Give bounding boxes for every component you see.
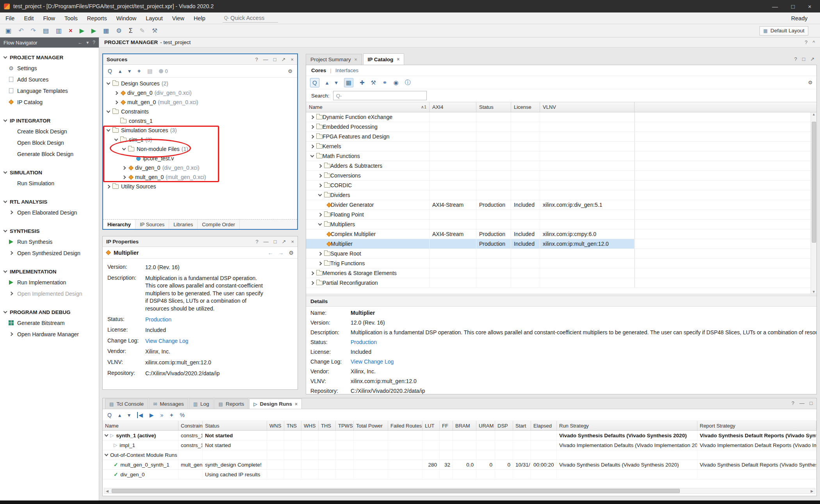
- expand-sections-icon[interactable]: ▾: [86, 40, 89, 45]
- expand-all-icon[interactable]: ▾: [128, 68, 131, 74]
- catalog-row[interactable]: Trig Functions: [306, 259, 816, 268]
- menu-window[interactable]: Window: [116, 15, 137, 21]
- copy-icon[interactable]: ▥: [56, 27, 62, 34]
- scroll-down-icon[interactable]: ▼: [812, 290, 816, 294]
- tree-row-simulation-sources[interactable]: Simulation Sources (3): [103, 126, 297, 135]
- column-header-total-power[interactable]: Total Power: [354, 421, 388, 430]
- column-header-bram[interactable]: BRAM: [453, 421, 476, 430]
- close-panel-icon[interactable]: ×: [291, 57, 294, 62]
- layout-selector[interactable]: ▦ Default Layout: [759, 26, 808, 35]
- flow-section-header-implementation[interactable]: IMPLEMENTATION: [0, 266, 99, 277]
- help-icon[interactable]: ?: [791, 400, 794, 406]
- flow-section-header-ip-integrator[interactable]: IP INTEGRATOR: [0, 115, 99, 126]
- flow-section-header-program-and-debug[interactable]: PROGRAM AND DEBUG: [0, 307, 99, 317]
- catalog-row[interactable]: Dividers: [306, 190, 816, 200]
- flow-section-header-synthesis[interactable]: SYNTHESIS: [0, 226, 99, 236]
- chevron-right-icon[interactable]: [310, 115, 314, 119]
- menu-edit[interactable]: Edit: [24, 15, 34, 21]
- scrollbar-thumb[interactable]: [112, 489, 680, 493]
- chevron-down-icon[interactable]: [105, 452, 109, 456]
- flow-item-open-elaborated-design[interactable]: Open Elaborated Design: [0, 207, 99, 218]
- open-file-icon[interactable]: ▤: [147, 68, 152, 74]
- tree-row-constrs-1[interactable]: constrs_1: [103, 116, 297, 126]
- flow-item-open-hardware-manager[interactable]: Open Hardware Manager: [0, 328, 99, 340]
- catalog-row[interactable]: FPGA Features and Design: [306, 132, 816, 142]
- chevron-down-icon[interactable]: [107, 109, 111, 113]
- column-header-axi4[interactable]: AXI4: [430, 102, 476, 112]
- flow-item-generate-bitstream[interactable]: Generate Bitstream: [0, 317, 99, 328]
- float-panel-icon[interactable]: ↗: [282, 239, 286, 245]
- tab-hierarchy[interactable]: Hierarchy: [103, 220, 135, 229]
- subtab-interfaces[interactable]: Interfaces: [335, 67, 358, 73]
- tab-project-summary[interactable]: Project Summary ×: [306, 54, 362, 65]
- tab-libraries[interactable]: Libraries: [169, 220, 198, 229]
- tree-row-mult-gen[interactable]: mult_gen_0 (mult_gen_0.xci): [103, 98, 297, 107]
- edit-icon[interactable]: ✎: [140, 27, 145, 34]
- chevron-right-icon[interactable]: [122, 175, 126, 179]
- skip-icon[interactable]: »: [160, 412, 164, 418]
- column-header-status[interactable]: Status: [203, 421, 267, 430]
- column-header-status[interactable]: Status: [476, 102, 511, 112]
- chevron-right-icon[interactable]: [318, 261, 322, 265]
- sum-icon[interactable]: Σ: [129, 27, 133, 34]
- tree-row-sim-1[interactable]: sim_1 (3): [103, 135, 297, 144]
- catalog-row[interactable]: CORDIC: [306, 181, 816, 190]
- link-icon[interactable]: ⚭: [382, 79, 387, 86]
- run-group-out-of-context[interactable]: Out-of-Context Module Runs: [103, 450, 816, 460]
- catalog-row[interactable]: Partial Reconfiguration: [306, 278, 816, 288]
- vertical-scrollbar[interactable]: ▲ ▼: [811, 112, 816, 294]
- stop-icon[interactable]: ×: [69, 27, 72, 34]
- flow-item-open-block-design[interactable]: Open Block Design: [0, 137, 99, 148]
- search-icon[interactable]: Q: [107, 412, 112, 418]
- subtab-cores[interactable]: Cores: [311, 67, 326, 73]
- column-header-name[interactable]: Name ∧1: [306, 102, 430, 112]
- detail-change-log-link[interactable]: View Change Log: [351, 358, 816, 365]
- catalog-row[interactable]: Floating Point: [306, 210, 816, 220]
- column-header-license[interactable]: License: [511, 102, 540, 112]
- chevron-right-icon[interactable]: [318, 164, 322, 168]
- scroll-up-icon[interactable]: ▲: [812, 112, 816, 116]
- settings-gear-icon[interactable]: ⚙: [289, 250, 294, 256]
- add-sources-icon[interactable]: +: [137, 68, 141, 74]
- catalog-row[interactable]: Complex MultiplierAXI4-StreamProductionI…: [306, 229, 816, 239]
- tab-log[interactable]: ▥Log: [189, 399, 214, 409]
- column-header-constraints[interactable]: Constraints: [178, 421, 203, 430]
- flow-section-header-simulation[interactable]: SIMULATION: [0, 167, 99, 177]
- tree-row-constraints[interactable]: Constraints: [103, 107, 297, 116]
- catalog-row[interactable]: Dynamic Function eXchange: [306, 112, 816, 122]
- sources-panel-header[interactable]: Sources ? — □ ↗ ×: [103, 54, 297, 65]
- column-header-run-strategy[interactable]: Run Strategy: [557, 421, 697, 430]
- quick-access-input[interactable]: [230, 15, 276, 21]
- float-panel-icon[interactable]: ↗: [282, 57, 286, 62]
- settings-gear-icon[interactable]: ⚙: [288, 68, 292, 74]
- maximize-panel-icon[interactable]: □: [809, 400, 813, 406]
- column-header-vlnv[interactable]: VLNV: [540, 102, 635, 112]
- chevron-right-icon[interactable]: [310, 125, 314, 129]
- menu-help[interactable]: Help: [194, 15, 205, 21]
- minimize-button[interactable]: —: [772, 3, 778, 10]
- tree-row-sim-div-gen[interactable]: div_gen_0 (div_gen_0.xci): [103, 163, 297, 172]
- flow-item-create-block-design[interactable]: Create Block Design: [0, 126, 99, 137]
- column-header-uram[interactable]: URAM: [476, 421, 495, 430]
- tree-row-ipcore-test[interactable]: ipcore_test.v: [103, 154, 297, 163]
- column-header-failed-routes[interactable]: Failed Routes: [388, 421, 422, 430]
- collapse-icon[interactable]: ^: [813, 39, 815, 45]
- chevron-right-icon[interactable]: [114, 91, 118, 95]
- catalog-row[interactable]: Divider GeneratorAXI4-StreamProductionIn…: [306, 200, 816, 210]
- column-header-dsp[interactable]: DSP: [495, 421, 513, 430]
- settings-gear-icon[interactable]: ⚙: [808, 80, 813, 85]
- status-link[interactable]: Production: [145, 316, 264, 324]
- run-icon[interactable]: ▶: [80, 27, 84, 34]
- customize-wrench-icon[interactable]: ⚒: [371, 79, 376, 86]
- run-row-mult-gen-synth[interactable]: ✓mult_gen_0_synth_1 mult_gen_0 synth_des…: [103, 460, 816, 470]
- search-icon[interactable]: Q: [310, 78, 319, 87]
- tree-row-non-module-files[interactable]: Non-module Files (1): [103, 144, 297, 154]
- float-panel-icon[interactable]: ↗: [810, 56, 815, 62]
- scrollbar-thumb[interactable]: [812, 122, 816, 243]
- ip-status-icon[interactable]: ◉: [394, 79, 399, 86]
- minimize-panel-icon[interactable]: —: [264, 239, 269, 245]
- create-run-icon[interactable]: +: [170, 412, 173, 418]
- flow-item-open-synthesized-design[interactable]: Open Synthesized Design: [0, 247, 99, 259]
- back-arrow-icon[interactable]: ←: [267, 250, 273, 256]
- flow-item-language-templates[interactable]: Language Templates: [0, 85, 99, 96]
